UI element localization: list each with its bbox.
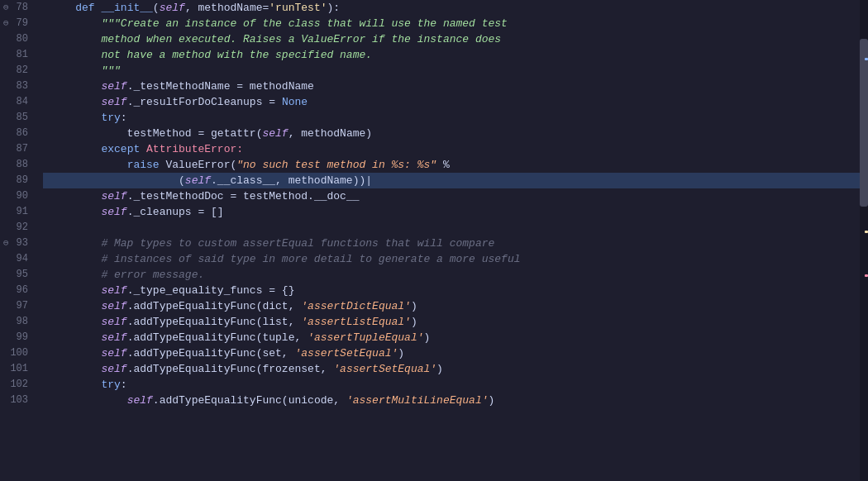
code-editor: 7879808182838485868788899091929394959697… bbox=[0, 0, 868, 481]
scroll-mark-1 bbox=[865, 231, 868, 233]
code-line-97: self.addTypeEqualityFunc(dict, 'assertDi… bbox=[43, 298, 868, 314]
line-number-81: 81 bbox=[0, 47, 35, 63]
code-line-100: self.addTypeEqualityFunc(set, 'assertSet… bbox=[43, 345, 868, 361]
line-number-92: 92 bbox=[0, 220, 35, 236]
line-number-91: 91 bbox=[0, 204, 35, 220]
line-number-80: 80 bbox=[0, 31, 35, 47]
line-number-82: 82 bbox=[0, 63, 35, 79]
code-line-94: # instances of said type in more detail … bbox=[43, 251, 868, 267]
line-number-78: 78 bbox=[0, 0, 35, 16]
code-line-89: (self.__class__, methodName))| bbox=[43, 173, 868, 188]
code-line-82: """ bbox=[43, 63, 868, 79]
code-line-101: self.addTypeEqualityFunc(frozenset, 'ass… bbox=[43, 361, 868, 377]
line-number-93: 93 bbox=[0, 236, 35, 251]
line-number-85: 85 bbox=[0, 110, 35, 126]
line-number-87: 87 bbox=[0, 141, 35, 157]
line-number-86: 86 bbox=[0, 126, 35, 141]
line-number-84: 84 bbox=[0, 94, 35, 110]
code-line-93: # Map types to custom assertEqual functi… bbox=[43, 236, 868, 251]
line-number-94: 94 bbox=[0, 251, 35, 267]
code-line-96: self._type_equality_funcs = {} bbox=[43, 283, 868, 298]
code-line-87: except AttributeError: bbox=[43, 141, 868, 157]
code-line-91: self._cleanups = [] bbox=[43, 204, 868, 220]
line-number-103: 103 bbox=[0, 393, 35, 408]
code-line-90: self._testMethodDoc = testMethod.__doc__ bbox=[43, 188, 868, 204]
line-number-98: 98 bbox=[0, 314, 35, 330]
code-line-78: def __init__(self, methodName='runTest')… bbox=[43, 0, 868, 16]
line-number-95: 95 bbox=[0, 267, 35, 283]
line-number-89: 89 bbox=[0, 173, 35, 188]
code-line-99: self.addTypeEqualityFunc(tuple, 'assertT… bbox=[43, 330, 868, 345]
code-line-81: not have a method with the specified nam… bbox=[43, 47, 868, 63]
scroll-mark-2 bbox=[865, 274, 868, 277]
line-number-88: 88 bbox=[0, 157, 35, 173]
line-number-83: 83 bbox=[0, 79, 35, 94]
code-line-92 bbox=[43, 220, 868, 236]
line-number-99: 99 bbox=[0, 330, 35, 345]
code-line-85: try: bbox=[43, 110, 868, 126]
code-line-83: self._testMethodName = methodName bbox=[43, 79, 868, 94]
line-number-102: 102 bbox=[0, 377, 35, 393]
scroll-thumb[interactable] bbox=[860, 39, 868, 207]
scroll-mark-0 bbox=[865, 58, 868, 60]
code-line-86: testMethod = getattr(self, methodName) bbox=[43, 126, 868, 141]
code-line-84: self._resultForDoCleanups = None bbox=[43, 94, 868, 110]
line-number-100: 100 bbox=[0, 345, 35, 361]
scrollbar[interactable] bbox=[860, 0, 868, 481]
line-number-97: 97 bbox=[0, 298, 35, 314]
code-line-80: method when executed. Raises a ValueErro… bbox=[43, 31, 868, 47]
code-line-79: """Create an instance of the class that … bbox=[43, 16, 868, 31]
code-area[interactable]: def __init__(self, methodName='runTest')… bbox=[43, 0, 868, 481]
line-number-96: 96 bbox=[0, 283, 35, 298]
line-number-90: 90 bbox=[0, 188, 35, 204]
code-lines: def __init__(self, methodName='runTest')… bbox=[43, 0, 868, 408]
code-line-98: self.addTypeEqualityFunc(list, 'assertLi… bbox=[43, 314, 868, 330]
line-number-101: 101 bbox=[0, 361, 35, 377]
code-line-102: try: bbox=[43, 377, 868, 393]
code-line-95: # error message. bbox=[43, 267, 868, 283]
code-line-103: self.addTypeEqualityFunc(unicode, 'asser… bbox=[43, 393, 868, 408]
line-numbers: 7879808182838485868788899091929394959697… bbox=[0, 0, 43, 481]
line-number-79: 79 bbox=[0, 16, 35, 31]
code-line-88: raise ValueError("no such test method in… bbox=[43, 157, 868, 173]
